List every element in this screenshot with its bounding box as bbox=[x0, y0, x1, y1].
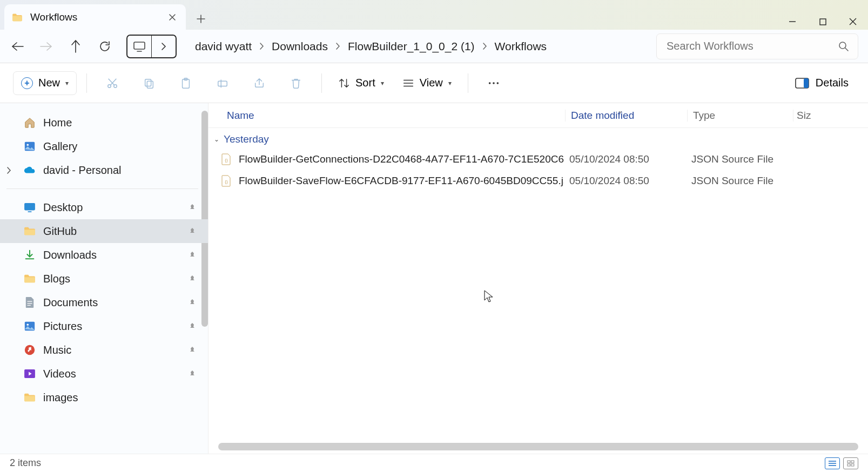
file-name: FlowBuilder-SaveFlow-E6CFACDB-9177-EF11-… bbox=[239, 175, 564, 187]
breadcrumb-segment[interactable]: FlowBuilder_1_0_0_2 (1) bbox=[344, 40, 479, 53]
close-window-button[interactable] bbox=[838, 14, 868, 30]
sidebar-item-github[interactable]: GitHub bbox=[0, 219, 208, 243]
pin-icon[interactable] bbox=[189, 227, 196, 235]
sidebar-item-desktop[interactable]: Desktop bbox=[0, 195, 208, 219]
breadcrumb: david wyatt Downloads FlowBuilder_1_0_0_… bbox=[191, 33, 642, 59]
minimize-button[interactable] bbox=[777, 14, 808, 30]
file-rows: ⌄ Yesterday {} FlowBuilder-GetConnection… bbox=[208, 128, 868, 443]
sidebar-item-gallery[interactable]: Gallery bbox=[0, 134, 208, 158]
sidebar-item-downloads[interactable]: Downloads bbox=[0, 243, 208, 267]
svg-point-11 bbox=[493, 82, 495, 84]
pin-icon[interactable] bbox=[189, 299, 196, 306]
file-row[interactable]: {} FlowBuilder-GetConnections-D22C0468-4… bbox=[208, 149, 868, 170]
group-header-yesterday[interactable]: ⌄ Yesterday bbox=[208, 130, 868, 149]
pin-icon[interactable] bbox=[189, 322, 196, 330]
sidebar-item-blogs[interactable]: Blogs bbox=[0, 267, 208, 291]
sidebar-item-label: Gallery bbox=[43, 140, 77, 153]
new-tab-button[interactable] bbox=[190, 8, 212, 30]
details-pane-button[interactable]: Details bbox=[789, 72, 855, 93]
new-button[interactable]: + New ▾ bbox=[13, 71, 77, 95]
tab-strip: Workflows bbox=[0, 4, 777, 30]
sidebar-item-pictures[interactable]: Pictures bbox=[0, 314, 208, 338]
pin-icon[interactable] bbox=[189, 204, 196, 211]
column-header-date[interactable]: ⌄ Date modified bbox=[565, 110, 687, 122]
more-icon bbox=[488, 77, 500, 89]
share-button[interactable] bbox=[244, 73, 275, 93]
delete-button[interactable] bbox=[280, 73, 312, 93]
pin-icon[interactable] bbox=[189, 275, 196, 282]
svg-rect-9 bbox=[218, 81, 227, 86]
forward-button[interactable] bbox=[39, 39, 54, 54]
tab-title: Workflows bbox=[30, 11, 166, 23]
column-header-name[interactable]: Name bbox=[227, 110, 565, 122]
column-header-size[interactable]: Siz bbox=[793, 110, 825, 122]
onedrive-icon bbox=[24, 164, 36, 176]
breadcrumb-segment[interactable]: Downloads bbox=[267, 40, 332, 53]
path-root-selector[interactable] bbox=[126, 35, 177, 58]
file-row[interactable]: {} FlowBuilder-SaveFlow-E6CFACDB-9177-EF… bbox=[208, 170, 868, 192]
close-tab-icon[interactable] bbox=[166, 11, 178, 23]
sidebar-item-label: Desktop bbox=[43, 201, 83, 214]
sidebar-item-onedrive[interactable]: david - Personal bbox=[0, 158, 208, 182]
maximize-button[interactable] bbox=[808, 14, 838, 30]
pin-icon[interactable] bbox=[189, 346, 196, 354]
svg-point-10 bbox=[489, 82, 491, 84]
details-pane-label: Details bbox=[816, 77, 849, 89]
chevron-right-icon bbox=[256, 43, 267, 50]
svg-text:{}: {} bbox=[225, 158, 228, 163]
tab-workflows[interactable]: Workflows bbox=[4, 4, 186, 30]
chevron-right-icon bbox=[332, 43, 344, 50]
chevron-down-icon: ⌄ bbox=[214, 136, 219, 143]
sidebar-item-home[interactable]: Home bbox=[0, 111, 208, 134]
chevron-right-icon[interactable] bbox=[6, 167, 11, 174]
breadcrumb-segment[interactable]: Workflows bbox=[490, 40, 551, 53]
sort-button[interactable]: Sort ▾ bbox=[332, 72, 391, 93]
new-button-label: New bbox=[38, 77, 60, 89]
file-date: 05/10/2024 08:50 bbox=[564, 153, 686, 165]
pin-icon[interactable] bbox=[189, 370, 196, 377]
title-bar: Workflows bbox=[0, 0, 868, 30]
videos-icon bbox=[24, 368, 36, 380]
column-header-type[interactable]: Type bbox=[687, 110, 793, 122]
pin-icon[interactable] bbox=[189, 251, 196, 259]
svg-point-2 bbox=[839, 42, 846, 49]
mouse-cursor-icon bbox=[484, 290, 494, 303]
cut-icon bbox=[106, 77, 118, 89]
sidebar-item-videos[interactable]: Videos bbox=[0, 362, 208, 386]
paste-button[interactable] bbox=[170, 73, 201, 93]
svg-rect-1 bbox=[134, 42, 145, 49]
search-box[interactable] bbox=[656, 33, 858, 59]
chevron-right-icon bbox=[479, 43, 490, 50]
cut-button[interactable] bbox=[97, 73, 128, 93]
sidebar-item-label: Documents bbox=[43, 296, 98, 309]
thumbnails-view-button[interactable] bbox=[843, 457, 858, 469]
view-button[interactable]: View ▾ bbox=[396, 72, 458, 93]
svg-point-19 bbox=[27, 323, 29, 326]
up-button[interactable] bbox=[68, 39, 83, 54]
rename-icon bbox=[217, 77, 228, 89]
rename-button[interactable] bbox=[207, 73, 238, 93]
sidebar-item-label: Blogs bbox=[43, 273, 70, 285]
copy-icon bbox=[143, 77, 155, 89]
details-view-button[interactable] bbox=[825, 457, 840, 469]
sort-indicator-icon: ⌄ bbox=[617, 106, 623, 114]
navigation-bar: david wyatt Downloads FlowBuilder_1_0_0_… bbox=[0, 30, 868, 63]
svg-point-16 bbox=[27, 144, 29, 146]
sidebar-item-music[interactable]: Music bbox=[0, 338, 208, 362]
back-button[interactable] bbox=[10, 39, 25, 54]
refresh-button[interactable] bbox=[97, 39, 112, 54]
svg-text:{}: {} bbox=[225, 179, 228, 184]
copy-button[interactable] bbox=[133, 73, 165, 93]
pictures-icon bbox=[24, 320, 36, 332]
horizontal-scrollbar[interactable] bbox=[218, 443, 858, 450]
sidebar-item-documents[interactable]: Documents bbox=[0, 291, 208, 314]
more-button[interactable] bbox=[478, 73, 509, 93]
view-button-label: View bbox=[420, 77, 443, 89]
sort-button-label: Sort bbox=[355, 77, 375, 89]
file-explorer-window: Workflows bbox=[0, 0, 868, 472]
search-input[interactable] bbox=[665, 39, 838, 53]
sidebar-item-label: Videos bbox=[43, 368, 76, 380]
file-name: FlowBuilder-GetConnections-D22C0468-4A77… bbox=[239, 153, 564, 165]
sidebar-item-images[interactable]: images bbox=[0, 386, 208, 409]
breadcrumb-segment[interactable]: david wyatt bbox=[191, 40, 256, 53]
